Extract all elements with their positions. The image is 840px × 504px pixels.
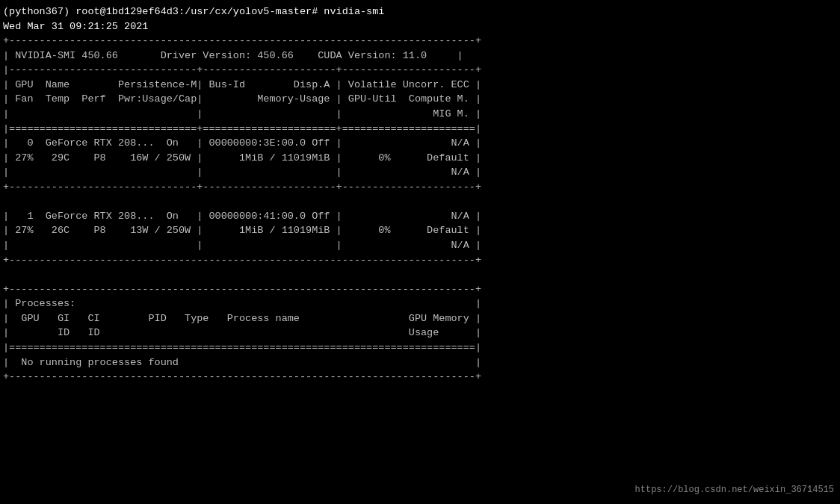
gpu0-row2: | 27% 29C P8 16W / 250W | 1MiB / 11019Mi… [0, 151, 840, 166]
gpu0-row1: | 0 GeForce RTX 208... On | 00000000:3E:… [0, 136, 840, 151]
table-header2: | Fan Temp Perf Pwr:Usage/Cap| Memory-Us… [0, 92, 840, 107]
sep2: |-------------------------------+-------… [0, 63, 840, 78]
proc-cols1: | GPU GI CI PID Type Process name GPU Me… [0, 311, 840, 326]
gpu0-row3: | | | N/A | [0, 165, 840, 180]
empty2 [0, 267, 840, 282]
terminal: (python367) root@1bd129ef64d3:/usr/cx/yo… [0, 0, 840, 504]
table-header1: | GPU Name Persistence-M| Bus-Id Disp.A … [0, 78, 840, 93]
proc-sep: |=======================================… [0, 340, 840, 355]
date-line: Wed Mar 31 09:21:25 2021 [0, 19, 840, 34]
proc-none: | No running processes found | [0, 355, 840, 370]
empty1 [0, 194, 840, 209]
sep1: +---------------------------------------… [0, 34, 840, 49]
sep4: +-------------------------------+-------… [0, 180, 840, 195]
proc-top-sep: +---------------------------------------… [0, 282, 840, 297]
proc-cols2: | ID ID Usage | [0, 326, 840, 340]
nvidia-smi-header: | NVIDIA-SMI 450.66 Driver Version: 450.… [0, 49, 840, 63]
gpu1-row1: | 1 GeForce RTX 208... On | 00000000:41:… [0, 209, 840, 224]
sep3: |===============================+=======… [0, 122, 840, 137]
processes-header: | Processes: | [0, 296, 840, 311]
table-header3: | | | MIG M. | [0, 107, 840, 122]
watermark: https://blog.csdn.net/weixin_36714515 [635, 484, 834, 497]
sep6: +---------------------------------------… [0, 370, 840, 385]
gpu1-row3: | | | N/A | [0, 238, 840, 253]
sep5: +---------------------------------------… [0, 253, 840, 268]
gpu1-row2: | 27% 26C P8 13W / 250W | 1MiB / 11019Mi… [0, 223, 840, 238]
prompt-line: (python367) root@1bd129ef64d3:/usr/cx/yo… [0, 4, 840, 19]
